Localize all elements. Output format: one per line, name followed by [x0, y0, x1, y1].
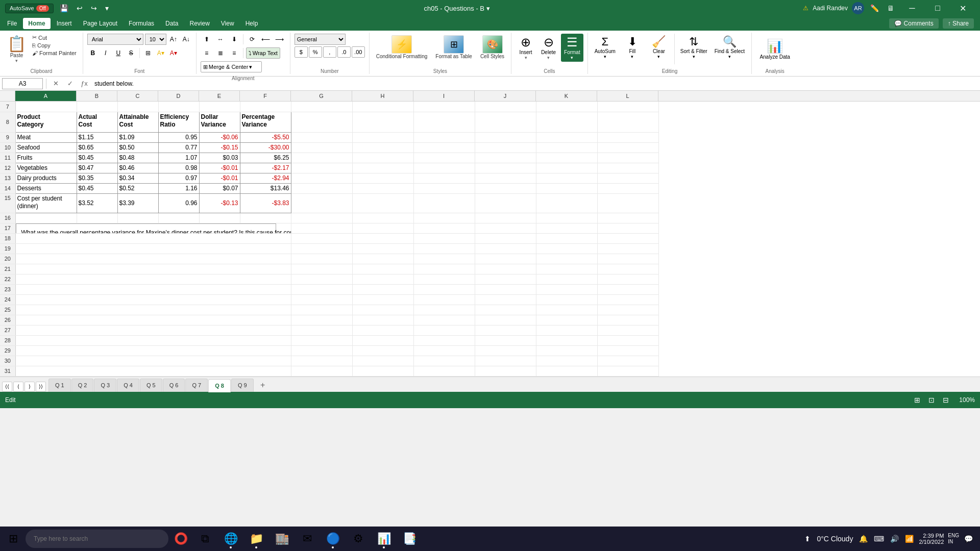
cell-A11[interactable]: Fruits	[15, 153, 77, 163]
cell-D10[interactable]: 0.77	[158, 142, 199, 153]
cell[interactable]	[597, 142, 658, 153]
comments-button[interactable]: 💬 Comments	[889, 18, 938, 29]
cell[interactable]	[475, 183, 536, 193]
cell[interactable]	[536, 305, 597, 315]
insert-button[interactable]: ⊕ Insert ▾	[516, 34, 536, 62]
cell[interactable]	[536, 142, 597, 153]
align-middle-button[interactable]: ↔	[214, 34, 227, 45]
cell[interactable]	[597, 163, 658, 173]
cell[interactable]	[352, 325, 413, 335]
cell[interactable]	[536, 345, 597, 356]
cell[interactable]	[291, 254, 352, 264]
decrease-font-button[interactable]: A↓	[181, 34, 192, 45]
cell[interactable]	[352, 294, 413, 305]
cell[interactable]	[352, 193, 413, 213]
cell[interactable]	[413, 315, 475, 325]
find-select-button[interactable]: 🔍 Find & Select ▾	[712, 34, 747, 61]
cell[interactable]	[597, 183, 658, 193]
cell[interactable]	[352, 264, 413, 274]
cell[interactable]	[352, 153, 413, 163]
cell[interactable]	[536, 233, 597, 243]
autosum-button[interactable]: Σ AutoSum ▾	[592, 34, 618, 61]
cell[interactable]	[597, 132, 658, 142]
cell[interactable]	[413, 254, 475, 264]
cell-B13[interactable]: $0.35	[77, 173, 117, 183]
cell-A9[interactable]: Meat	[15, 132, 77, 142]
cell-F9[interactable]: -$5.50	[240, 132, 291, 142]
volume-icon[interactable]: 🔊	[889, 534, 900, 544]
cell[interactable]	[291, 233, 352, 243]
cell[interactable]	[413, 193, 475, 213]
network-wifi-icon[interactable]: 📶	[904, 534, 915, 544]
maximize-button[interactable]: □	[926, 0, 949, 16]
cell[interactable]	[475, 112, 536, 132]
cell[interactable]	[15, 305, 291, 315]
cell[interactable]	[15, 213, 77, 223]
menu-help[interactable]: Help	[240, 18, 263, 29]
cell[interactable]	[597, 305, 658, 315]
explorer-app[interactable]: 📁	[244, 528, 268, 550]
align-center-button[interactable]: ≣	[214, 47, 227, 59]
cell[interactable]	[536, 153, 597, 163]
cell[interactable]	[117, 213, 158, 223]
strikethrough-button[interactable]: S	[126, 47, 137, 59]
cell-A13[interactable]: Dairy products	[15, 173, 77, 183]
cell[interactable]	[536, 366, 597, 376]
cell[interactable]	[199, 213, 240, 223]
cell-D9[interactable]: 0.95	[158, 132, 199, 142]
cell[interactable]	[15, 274, 291, 284]
cell[interactable]	[597, 223, 658, 233]
cancel-formula-button[interactable]: ✕	[50, 78, 62, 89]
cell[interactable]	[413, 112, 475, 132]
wrap-text-button[interactable]: ⤵ Wrap Text	[246, 47, 280, 59]
cell[interactable]	[597, 233, 658, 243]
cell[interactable]	[536, 335, 597, 345]
align-bottom-button[interactable]: ⬇	[228, 34, 240, 45]
cell[interactable]	[352, 213, 413, 223]
cell[interactable]	[597, 153, 658, 163]
taskview-button[interactable]: ⧉	[193, 528, 217, 550]
cell[interactable]	[352, 243, 413, 254]
cell[interactable]	[77, 102, 117, 112]
col-header-L[interactable]: L	[597, 91, 658, 101]
cell[interactable]	[597, 315, 658, 325]
cell[interactable]	[117, 102, 158, 112]
cell[interactable]	[291, 243, 352, 254]
cell[interactable]	[352, 254, 413, 264]
excel-app[interactable]: 📊	[372, 528, 396, 550]
cell[interactable]	[15, 284, 291, 294]
cell[interactable]	[475, 223, 536, 233]
cell[interactable]	[597, 102, 658, 112]
cell[interactable]	[413, 183, 475, 193]
cell-C10[interactable]: $0.50	[117, 142, 158, 153]
cell-E9[interactable]: -$0.06	[199, 132, 240, 142]
cell[interactable]	[413, 356, 475, 366]
tab-Q9[interactable]: Q 9	[231, 379, 254, 392]
cell[interactable]	[291, 102, 352, 112]
indent-increase-button[interactable]: ⟶	[274, 34, 286, 45]
cell-A15[interactable]: Cost per student(dinner)	[15, 193, 77, 213]
cell[interactable]	[291, 274, 352, 284]
autosave-button[interactable]: AutoSave Off	[5, 4, 54, 13]
merge-center-button[interactable]: ⊞ Merge & Center ▾	[201, 61, 262, 72]
tab-Q6[interactable]: Q 6	[163, 379, 185, 392]
cell[interactable]	[352, 183, 413, 193]
undo-button[interactable]: ↩	[75, 3, 85, 13]
notifications-icon[interactable]: 🔔	[858, 534, 869, 544]
tab-Q7[interactable]: Q 7	[185, 379, 208, 392]
cell-E11[interactable]: $0.03	[199, 153, 240, 163]
cell[interactable]	[413, 284, 475, 294]
cell-E8[interactable]: DollarVariance	[199, 112, 240, 132]
cell-C14[interactable]: $0.52	[117, 183, 158, 193]
increase-font-button[interactable]: A↑	[168, 34, 179, 45]
cell[interactable]	[15, 254, 291, 264]
display-icon-button[interactable]: 🖥	[885, 3, 896, 13]
cell[interactable]	[291, 325, 352, 335]
cell[interactable]	[291, 366, 352, 376]
cell[interactable]	[291, 335, 352, 345]
cell[interactable]	[536, 325, 597, 335]
cell[interactable]	[475, 132, 536, 142]
chrome-app[interactable]: 🔵	[321, 528, 345, 550]
cell-E15[interactable]: -$0.13	[199, 193, 240, 213]
cell[interactable]	[352, 102, 413, 112]
